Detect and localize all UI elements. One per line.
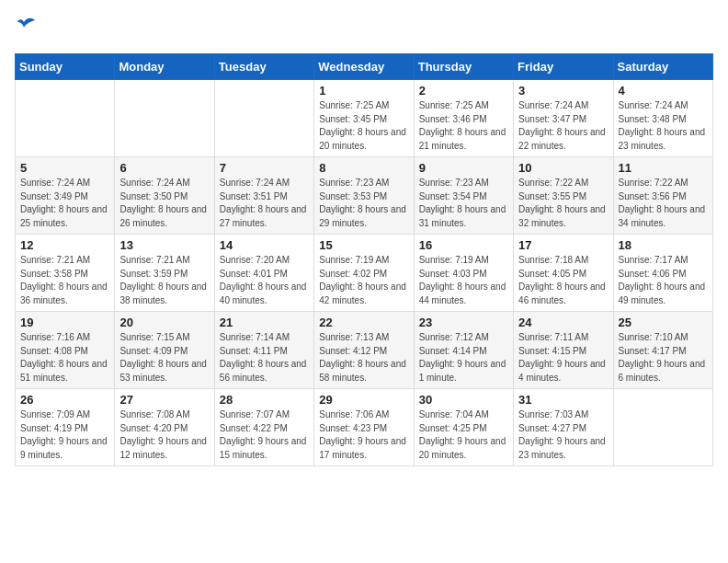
calendar-cell: 1Sunrise: 7:25 AM Sunset: 3:45 PM Daylig… (314, 80, 414, 157)
day-number: 7 (220, 161, 309, 175)
weekday-header-tuesday: Tuesday (214, 54, 313, 80)
day-info: Sunrise: 7:24 AM Sunset: 3:49 PM Dayligh… (20, 177, 109, 230)
calendar-cell: 16Sunrise: 7:19 AM Sunset: 4:03 PM Dayli… (414, 235, 513, 312)
logo (15, 15, 39, 42)
calendar-cell: 13Sunrise: 7:21 AM Sunset: 3:59 PM Dayli… (115, 235, 214, 312)
calendar-cell: 29Sunrise: 7:06 AM Sunset: 4:23 PM Dayli… (314, 389, 414, 466)
day-number: 27 (119, 393, 209, 407)
calendar-cell: 31Sunrise: 7:03 AM Sunset: 4:27 PM Dayli… (514, 389, 613, 466)
calendar-cell: 4Sunrise: 7:24 AM Sunset: 3:48 PM Daylig… (613, 80, 712, 157)
calendar-cell: 9Sunrise: 7:23 AM Sunset: 3:54 PM Daylig… (414, 157, 513, 235)
week-row-1: 1Sunrise: 7:25 AM Sunset: 3:45 PM Daylig… (16, 80, 713, 157)
calendar-cell (16, 80, 115, 157)
calendar-cell: 30Sunrise: 7:04 AM Sunset: 4:25 PM Dayli… (414, 389, 513, 466)
calendar-cell: 26Sunrise: 7:09 AM Sunset: 4:19 PM Dayli… (16, 389, 115, 466)
day-number: 25 (619, 316, 708, 329)
day-number: 9 (419, 161, 508, 175)
logo-bird-icon (17, 15, 39, 37)
day-number: 24 (518, 316, 608, 329)
page-header (15, 15, 713, 42)
day-number: 21 (220, 316, 309, 329)
day-info: Sunrise: 7:06 AM Sunset: 4:23 PM Dayligh… (319, 408, 408, 462)
day-number: 31 (518, 393, 608, 407)
day-number: 6 (119, 161, 209, 175)
day-number: 5 (20, 161, 109, 175)
day-number: 15 (319, 238, 408, 252)
calendar-cell: 18Sunrise: 7:17 AM Sunset: 4:06 PM Dayli… (613, 235, 712, 312)
day-number: 13 (119, 238, 209, 252)
day-info: Sunrise: 7:25 AM Sunset: 3:46 PM Dayligh… (419, 99, 508, 153)
day-info: Sunrise: 7:21 AM Sunset: 3:58 PM Dayligh… (20, 254, 109, 307)
day-info: Sunrise: 7:13 AM Sunset: 4:12 PM Dayligh… (319, 331, 408, 385)
calendar-cell: 20Sunrise: 7:15 AM Sunset: 4:09 PM Dayli… (115, 312, 214, 389)
calendar-table: SundayMondayTuesdayWednesdayThursdayFrid… (15, 53, 713, 466)
week-row-4: 19Sunrise: 7:16 AM Sunset: 4:08 PM Dayli… (16, 312, 713, 389)
day-number: 1 (319, 84, 408, 98)
weekday-header-friday: Friday (514, 54, 613, 80)
day-info: Sunrise: 7:22 AM Sunset: 3:55 PM Dayligh… (518, 177, 608, 230)
day-number: 23 (419, 316, 508, 329)
calendar-cell: 28Sunrise: 7:07 AM Sunset: 4:22 PM Dayli… (214, 389, 313, 466)
day-number: 14 (220, 238, 309, 252)
calendar-cell (214, 80, 313, 157)
day-number: 19 (20, 316, 109, 329)
day-number: 30 (419, 393, 508, 407)
day-info: Sunrise: 7:11 AM Sunset: 4:15 PM Dayligh… (518, 331, 608, 385)
calendar-cell: 2Sunrise: 7:25 AM Sunset: 3:46 PM Daylig… (414, 80, 513, 157)
day-number: 29 (319, 393, 408, 407)
day-info: Sunrise: 7:25 AM Sunset: 3:45 PM Dayligh… (319, 99, 408, 153)
weekday-header-thursday: Thursday (414, 54, 513, 80)
day-number: 16 (419, 238, 508, 252)
day-number: 3 (518, 84, 608, 98)
day-info: Sunrise: 7:14 AM Sunset: 4:11 PM Dayligh… (220, 331, 309, 385)
day-info: Sunrise: 7:22 AM Sunset: 3:56 PM Dayligh… (619, 177, 708, 230)
weekday-header-row: SundayMondayTuesdayWednesdayThursdayFrid… (16, 54, 713, 80)
week-row-2: 5Sunrise: 7:24 AM Sunset: 3:49 PM Daylig… (16, 157, 713, 235)
logo-wordmark (15, 15, 39, 42)
calendar-cell: 17Sunrise: 7:18 AM Sunset: 4:05 PM Dayli… (514, 235, 613, 312)
day-info: Sunrise: 7:24 AM Sunset: 3:51 PM Dayligh… (220, 177, 309, 230)
day-info: Sunrise: 7:20 AM Sunset: 4:01 PM Dayligh… (220, 254, 309, 307)
day-number: 22 (319, 316, 408, 329)
calendar-cell (613, 389, 712, 466)
day-number: 28 (220, 393, 309, 407)
day-info: Sunrise: 7:15 AM Sunset: 4:09 PM Dayligh… (119, 331, 209, 385)
calendar-cell: 25Sunrise: 7:10 AM Sunset: 4:17 PM Dayli… (613, 312, 712, 389)
weekday-header-monday: Monday (115, 54, 214, 80)
day-info: Sunrise: 7:03 AM Sunset: 4:27 PM Dayligh… (518, 408, 608, 462)
week-row-3: 12Sunrise: 7:21 AM Sunset: 3:58 PM Dayli… (16, 235, 713, 312)
calendar-cell: 15Sunrise: 7:19 AM Sunset: 4:02 PM Dayli… (314, 235, 414, 312)
day-info: Sunrise: 7:04 AM Sunset: 4:25 PM Dayligh… (419, 408, 508, 462)
day-number: 4 (619, 84, 708, 98)
day-info: Sunrise: 7:19 AM Sunset: 4:02 PM Dayligh… (319, 254, 408, 307)
day-info: Sunrise: 7:24 AM Sunset: 3:50 PM Dayligh… (119, 177, 209, 230)
calendar-cell: 7Sunrise: 7:24 AM Sunset: 3:51 PM Daylig… (214, 157, 313, 235)
day-number: 20 (119, 316, 209, 329)
calendar-cell (115, 80, 214, 157)
calendar-cell: 14Sunrise: 7:20 AM Sunset: 4:01 PM Dayli… (214, 235, 313, 312)
day-info: Sunrise: 7:07 AM Sunset: 4:22 PM Dayligh… (220, 408, 309, 462)
day-number: 12 (20, 238, 109, 252)
calendar-cell: 10Sunrise: 7:22 AM Sunset: 3:55 PM Dayli… (514, 157, 613, 235)
day-number: 8 (319, 161, 408, 175)
calendar-cell: 27Sunrise: 7:08 AM Sunset: 4:20 PM Dayli… (115, 389, 214, 466)
day-info: Sunrise: 7:12 AM Sunset: 4:14 PM Dayligh… (419, 331, 508, 385)
day-info: Sunrise: 7:18 AM Sunset: 4:05 PM Dayligh… (518, 254, 608, 307)
day-info: Sunrise: 7:08 AM Sunset: 4:20 PM Dayligh… (119, 408, 209, 462)
day-info: Sunrise: 7:16 AM Sunset: 4:08 PM Dayligh… (20, 331, 109, 385)
day-info: Sunrise: 7:24 AM Sunset: 3:47 PM Dayligh… (518, 99, 608, 153)
day-number: 26 (20, 393, 109, 407)
calendar-cell: 23Sunrise: 7:12 AM Sunset: 4:14 PM Dayli… (414, 312, 513, 389)
calendar-cell: 3Sunrise: 7:24 AM Sunset: 3:47 PM Daylig… (514, 80, 613, 157)
day-info: Sunrise: 7:17 AM Sunset: 4:06 PM Dayligh… (619, 254, 708, 307)
weekday-header-sunday: Sunday (16, 54, 115, 80)
weekday-header-wednesday: Wednesday (314, 54, 414, 80)
calendar-cell: 12Sunrise: 7:21 AM Sunset: 3:58 PM Dayli… (16, 235, 115, 312)
day-number: 2 (419, 84, 508, 98)
day-info: Sunrise: 7:23 AM Sunset: 3:53 PM Dayligh… (319, 177, 408, 230)
day-number: 18 (619, 238, 708, 252)
day-info: Sunrise: 7:10 AM Sunset: 4:17 PM Dayligh… (619, 331, 708, 385)
calendar-cell: 21Sunrise: 7:14 AM Sunset: 4:11 PM Dayli… (214, 312, 313, 389)
day-info: Sunrise: 7:23 AM Sunset: 3:54 PM Dayligh… (419, 177, 508, 230)
day-number: 11 (619, 161, 708, 175)
